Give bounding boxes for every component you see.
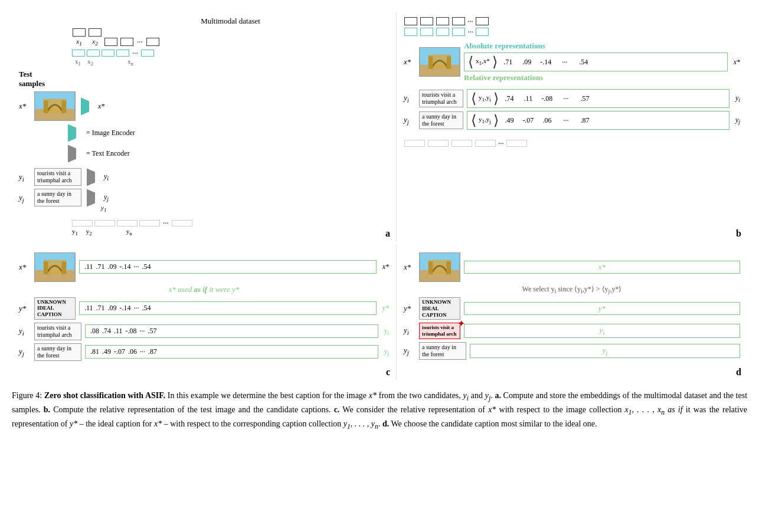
yi-vector-b: ⟨ y1,yi ⟩ .74 .11 -.08 ··· .57 <box>467 89 729 108</box>
bracket-right-xstar: ⟩ <box>492 55 498 69</box>
svg-rect-19 <box>447 261 452 274</box>
panel-a-label: a <box>385 228 390 239</box>
yj-row-d: yj a sunny day in the forest yj <box>404 342 740 360</box>
caption-period1: . <box>490 391 493 400</box>
yj-val-49: .49 <box>501 116 518 125</box>
x-star-label-d: x* <box>404 262 416 272</box>
caption-d-text: We choose the candidate caption most sim… <box>389 419 597 428</box>
yj-val-06: .06 <box>539 116 555 125</box>
y-star-row-d: y* UNKNOWN IDEAL CAPTION y* <box>404 297 740 320</box>
c-yj-n07: -.07 <box>114 347 125 356</box>
yj-caption-c: a sunny day in the forest <box>34 343 81 361</box>
caption-a-label: a. <box>495 391 501 400</box>
xstar-vector-label: x1,x* <box>476 57 490 66</box>
c-yj-81: .81 <box>90 347 99 356</box>
c-xstar-54: .54 <box>142 262 151 271</box>
c-yi-74: .74 <box>102 327 111 336</box>
caption-rest: In this example we determine the best ca… <box>168 391 369 400</box>
yj-label-d: yj <box>404 346 416 356</box>
b-box-4 <box>452 17 465 25</box>
yj-caption-d: a sunny day in the forest <box>419 342 466 360</box>
caption-c-label: c. <box>334 405 340 414</box>
val-71: .71 <box>500 58 516 67</box>
x-star-embedding: x* <box>98 102 104 111</box>
yi-row-d: yi tourists visit a triumphal arch ✦ yi <box>404 323 740 339</box>
yj-row-a: yj a sunny day in the forest yj y1 <box>19 189 389 206</box>
image-encoder-a <box>81 97 93 115</box>
b-box-3 <box>436 17 449 25</box>
yj-caption-a: a sunny day in the forest <box>34 189 81 206</box>
val-dots: ··· <box>557 58 573 67</box>
panel-d-label: d <box>736 367 741 377</box>
unknown-caption-d: UNKNOWN IDEAL CAPTION <box>419 297 460 320</box>
caption-yi: yi <box>463 391 469 400</box>
c-yj-dots: ··· <box>140 347 145 356</box>
b-gray-2 <box>428 140 449 147</box>
c-yj-49: .49 <box>102 347 111 356</box>
caption-c5: – with respect to the corresponding capt… <box>162 419 343 428</box>
c-yi-dots: ··· <box>140 327 145 336</box>
legend-image-encoder: = Image Encoder <box>66 124 389 142</box>
yj-label-a: yj <box>19 193 31 203</box>
c-xstar-dots: ··· <box>134 262 139 271</box>
c-ystar-n14: -.14 <box>120 304 131 313</box>
unknown-caption-c: UNKNOWN IDEAL CAPTION <box>34 297 76 320</box>
c-yi-11: .11 <box>114 327 123 336</box>
b-teal-1 <box>404 28 417 36</box>
yi-caption-a: tourists visit a triumphal arch <box>34 168 81 186</box>
yi-caption-c: tourists visit a triumphal arch <box>34 323 81 340</box>
yj-dots: ··· <box>558 116 574 125</box>
rel-rep-label-b: Relative representations <box>464 73 728 83</box>
caption-c4: – the ideal caption for <box>77 419 154 428</box>
yj-row-b: yj a sunny day in the forest ⟨ y1,yj ⟩ .… <box>404 111 740 130</box>
dataset-box-x2 <box>89 28 102 37</box>
c-ystar-09: .09 <box>108 304 117 313</box>
val-n14: -.14 <box>538 58 554 67</box>
y-star-green-d: y* <box>464 302 740 315</box>
y-star-row-c: y* UNKNOWN IDEAL CAPTION .11 .71 .09 -.1… <box>19 297 389 320</box>
yi-green-d: yi <box>464 324 740 338</box>
yi-dots: ··· <box>558 94 574 103</box>
yi-label-a: yi <box>19 172 31 183</box>
yi-row-a: yi tourists visit a triumphal arch yi <box>19 168 389 186</box>
svg-rect-14 <box>62 261 67 274</box>
panel-d: x* x* We select yi since ⟨yi,y*⟩ > ⟨yj,y… <box>397 245 747 380</box>
bottom-panels: x* .11 .71 .09 -.14 ··· <box>12 245 747 380</box>
yi-caption-b: tourists visit a triumphal arch <box>419 90 463 107</box>
bracket-right-yj: ⟩ <box>493 113 499 127</box>
legend-text-encoder: = Text Encoder <box>66 145 389 162</box>
b-gray-n <box>506 140 527 147</box>
gray-encoder-icon <box>68 145 80 162</box>
caption-yj: yj <box>485 391 490 400</box>
val-09: .09 <box>519 58 535 67</box>
b-box-1 <box>404 17 417 25</box>
c-xstar-n14: -.14 <box>120 262 131 271</box>
multimodal-title: Multimodal dataset <box>72 17 389 26</box>
yi-val-11: .11 <box>520 94 536 103</box>
x-star-row-b: x* Absolute representations ⟨ <box>404 40 740 84</box>
caption-as-if: as if <box>665 405 683 414</box>
bracket-right-yi: ⟩ <box>493 91 499 106</box>
caption-bold-part: Zero shot classification with ASIF. <box>44 391 165 400</box>
arch-image-b <box>419 47 460 77</box>
yj-caption-b: a sunny day in the forest <box>419 111 463 129</box>
c-yi-08: .08 <box>90 327 99 336</box>
arch-image-c <box>34 252 76 282</box>
panel-b: ··· ··· x* <box>397 12 747 242</box>
test-samples-label: Testsamples <box>19 70 389 88</box>
yj-vector-b: ⟨ y1,yj ⟩ .49 -.07 .06 ··· .87 <box>467 111 729 130</box>
c-ystar-dots: ··· <box>134 304 139 313</box>
caption-b-label: b. <box>44 405 50 414</box>
yj-row-c: yj a sunny day in the forest .81 .49 -.0… <box>19 343 389 361</box>
bracket-left-yj: ⟨ <box>471 113 476 127</box>
c-ystar-54: .54 <box>142 304 151 313</box>
yi-val-74: .74 <box>501 94 518 103</box>
panel-b-label: b <box>736 228 741 239</box>
x-star-row-c: x* .11 .71 .09 -.14 ··· <box>19 252 389 282</box>
yi-label-b: yi <box>404 93 416 104</box>
caption-figure-num: Figure 4: <box>12 391 42 400</box>
y-star-label-c: y* <box>19 304 31 313</box>
yj-label-b: yj <box>404 115 416 126</box>
c-xstar-11: .11 <box>84 262 93 271</box>
top-panels: Multimodal dataset x1 x2 ··· <box>12 12 747 242</box>
